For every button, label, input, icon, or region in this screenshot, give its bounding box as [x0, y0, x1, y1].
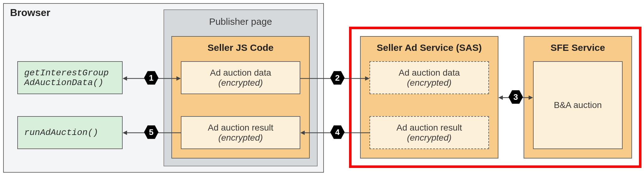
browser-title: Browser: [10, 7, 50, 19]
step-4-badge: 4: [330, 125, 345, 139]
api-run-label: runAdAuction(): [24, 128, 98, 137]
step-1-label: 1: [149, 73, 153, 83]
api-get-label: getInterestGroup AdAuctionData(): [24, 68, 122, 88]
seller-js-ad-result: Ad auction result (encrypted): [181, 116, 300, 149]
seller-js-ad-result-line1: Ad auction result: [208, 123, 274, 133]
seller-js-ad-data-line1: Ad auction data: [210, 68, 271, 78]
step-2-badge: 2: [330, 71, 345, 85]
diagram-canvas: Browser Publisher page Seller JS Code Ad…: [0, 0, 644, 183]
api-get-interest-group: getInterestGroup AdAuctionData(): [17, 61, 123, 94]
sas-ad-result-line1: Ad auction result: [397, 123, 462, 133]
seller-js-title: Seller JS Code: [172, 42, 309, 53]
sas-ad-data-line2: (encrypted): [407, 78, 452, 88]
sfe-body: B&A auction: [533, 61, 623, 149]
api-run-ad-auction: runAdAuction(): [17, 116, 123, 149]
step-3-label: 3: [514, 92, 518, 102]
sas-ad-data-line1: Ad auction data: [399, 68, 460, 78]
sfe-title: SFE Service: [524, 42, 631, 53]
sfe-body-text: B&A auction: [554, 100, 602, 110]
sas-ad-data: Ad auction data (encrypted): [369, 61, 489, 94]
sas-ad-result: Ad auction result (encrypted): [369, 116, 489, 149]
seller-js-ad-data-line2: (encrypted): [218, 78, 263, 88]
sas-title: Seller Ad Service (SAS): [361, 42, 498, 53]
step-4-label: 4: [335, 127, 340, 137]
seller-js-ad-data: Ad auction data (encrypted): [181, 61, 300, 94]
step-5-label: 5: [149, 127, 153, 137]
publisher-title: Publisher page: [164, 16, 317, 27]
sas-ad-result-line2: (encrypted): [407, 133, 452, 143]
seller-js-ad-result-line2: (encrypted): [218, 133, 263, 143]
step-2-label: 2: [335, 73, 340, 83]
